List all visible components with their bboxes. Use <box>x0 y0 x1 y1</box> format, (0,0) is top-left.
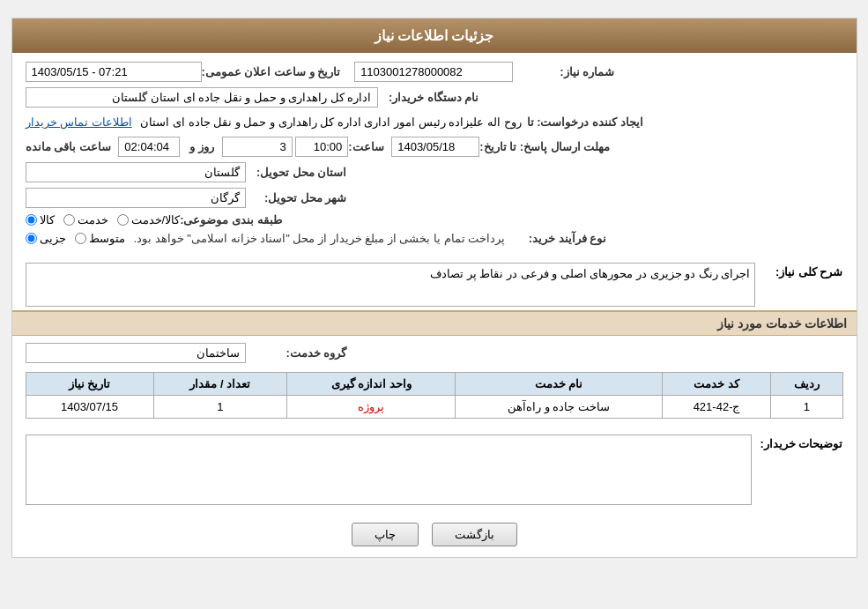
table-body: 1 ج-42-421 ساخت جاده و راه‌آهن پروژه 1 1… <box>26 396 842 419</box>
row-mohlat: مهلت ارسال پاسخ: تا تاریخ: 1403/05/18 سا… <box>26 137 843 157</box>
sharh-niaz-value: اجرای رنگ دو جزیری در محورهای اصلی و فرع… <box>26 263 755 307</box>
radio-kala-label: کالا <box>40 213 55 227</box>
service-info-title: اطلاعات خدمات مورد نیاز <box>717 316 848 330</box>
radio-kala-khedmat-label: کالا/خدمت <box>131 213 181 227</box>
radio-kala: کالا <box>26 213 55 227</box>
shomara-niaz-value: 1103001278000082 <box>354 62 513 82</box>
services-table: ردیف کد خدمت نام خدمت واحد اندازه گیری ت… <box>26 372 843 419</box>
tabaqebandi-radios: کالا/خدمت خدمت کالا <box>26 213 181 227</box>
row-ijad-konande: ایجاد کننده درخواست: تا روح اله علیزاده … <box>26 113 843 131</box>
page-title: جزئیات اطلاعات نیاز <box>375 28 494 43</box>
mohlat-saat: 10:00 <box>295 137 348 157</box>
col-tarikh: تاریخ نیاز <box>26 373 153 396</box>
gorooh-khedmat-label: گروه خدمت: <box>246 346 352 360</box>
mohlat-label: مهلت ارسال پاسخ: تا تاریخ: <box>479 140 614 153</box>
mohlat-saat-label: ساعت: <box>348 140 388 153</box>
farayand-group: پرداخت تمام یا بخشی از مبلغ خریدار از مح… <box>26 232 506 245</box>
services-table-section: ردیف کد خدمت نام خدمت واحد اندازه گیری ت… <box>12 372 857 427</box>
col-vahed: واحد اندازه گیری <box>287 373 456 396</box>
sharh-niaz-row: شرح کلی نیاز: اجرای رنگ دو جزیری در محور… <box>26 263 843 307</box>
print-button[interactable]: چاپ <box>352 523 419 546</box>
ijad-konande-link[interactable]: اطلاعات تماس خریدار <box>26 115 132 129</box>
col-kod: کد خدمت <box>662 373 770 396</box>
gorooh-khedmat-value: ساختمان <box>26 343 246 363</box>
now-farayand-label: نوع فرآیند خرید: <box>505 232 611 245</box>
cell-tarikh: 1403/07/15 <box>26 396 153 419</box>
sharh-niaz-label: شرح کلی نیاز: <box>764 263 843 279</box>
row-shomara-tarikh: شماره نیاز: 1103001278000082 تاریخ و ساع… <box>26 62 843 82</box>
nam-dasgah-label: نام دستگاه خریدار: <box>378 91 484 104</box>
shomara-niaz-label: شماره نیاز: <box>513 65 619 78</box>
mohlat-rooz-label: روز و <box>183 140 219 153</box>
row-nam-dasgah: نام دستگاه خریدار: اداره کل راهداری و حم… <box>26 87 843 108</box>
mohlat-baqi: 02:04:04 <box>118 137 180 157</box>
ijad-konande-value: روح اله علیزاده رئیس امور اداری اداره کل… <box>135 113 526 131</box>
radio-mota-label: متوسط <box>89 232 125 245</box>
col-nam: نام خدمت <box>456 373 663 396</box>
row-now-farayand: نوع فرآیند خرید: پرداخت تمام یا بخشی از … <box>26 232 843 245</box>
buyer-desc-row: توضیحات خریدار: <box>12 427 857 512</box>
back-button[interactable]: بازگشت <box>432 523 517 546</box>
col-tedad: تعداد / مقدار <box>153 373 287 396</box>
mohlat-date: 1403/05/18 <box>391 137 479 157</box>
cell-kod: ج-42-421 <box>662 396 770 419</box>
form-body: شماره نیاز: 1103001278000082 تاریخ و ساع… <box>12 53 857 259</box>
cell-radif: 1 <box>771 396 842 419</box>
table-row: 1 ج-42-421 ساخت جاده و راه‌آهن پروژه 1 1… <box>26 396 842 419</box>
ostan-tahvil-value: گلستان <box>26 162 246 182</box>
tarikh-elan-label: تاریخ و ساعت اعلان عمومی: <box>202 65 345 78</box>
radio-jozi: جزیی <box>26 232 66 245</box>
cell-vahed[interactable]: پروژه <box>287 396 456 419</box>
now-farayand-desc: پرداخت تمام یا بخشی از مبلغ خریدار از مح… <box>134 232 506 245</box>
buyer-desc-label: توضیحات خریدار: <box>760 434 843 450</box>
row-gorooh: گروه خدمت: ساختمان <box>26 343 843 363</box>
buyer-desc-box <box>26 434 752 505</box>
ostan-tahvil-label: استان محل تحویل: <box>246 166 352 179</box>
nam-dasgah-value: اداره کل راهداری و حمل و نقل جاده ای است… <box>26 87 378 108</box>
mohlat-baqi-label: ساعت باقی مانده <box>26 140 115 153</box>
row-shahr: شهر محل تحویل: گرگان <box>26 188 843 208</box>
row-ostan: استان محل تحویل: گلستان <box>26 162 843 182</box>
table-header-row: ردیف کد خدمت نام خدمت واحد اندازه گیری ت… <box>26 373 842 396</box>
tarikh-elan-value: 1403/05/15 - 07:21 <box>26 62 202 82</box>
sharh-niaz-text: اجرای رنگ دو جزیری در محورهای اصلی و فرع… <box>430 267 750 280</box>
sharh-niaz-section: شرح کلی نیاز: اجرای رنگ دو جزیری در محور… <box>12 259 857 310</box>
col-radif: ردیف <box>771 373 842 396</box>
ijad-konande-label: ایجاد کننده درخواست: تا <box>527 115 648 129</box>
radio-mota-input[interactable] <box>75 233 86 244</box>
shahr-tahvil-label: شهر محل تحویل: <box>246 191 352 204</box>
radio-khedmat-input[interactable] <box>63 214 75 226</box>
gorooh-section: گروه خدمت: ساختمان <box>12 336 857 372</box>
radio-mota: متوسط <box>75 232 125 245</box>
shahr-tahvil-value: گرگان <box>26 188 246 208</box>
radio-khedmat-label: خدمت <box>78 213 108 227</box>
cell-tedad: 1 <box>153 396 287 419</box>
cell-nam: ساخت جاده و راه‌آهن <box>456 396 663 419</box>
radio-khedmat: خدمت <box>63 213 108 227</box>
radio-jozi-input[interactable] <box>26 233 37 244</box>
radio-kala-khedmat: کالا/خدمت <box>117 213 181 227</box>
mohlat-rooz: 3 <box>222 137 293 157</box>
main-container: جزئیات اطلاعات نیاز شماره نیاز: 11030012… <box>11 18 857 558</box>
service-info-header: اطلاعات خدمات مورد نیاز <box>12 310 857 336</box>
row-tabaqebandi: طبقه بندی موضوعی: کالا/خدمت خدمت کالا <box>26 213 843 227</box>
button-row: بازگشت چاپ <box>12 512 857 557</box>
radio-kala-khedmat-input[interactable] <box>117 214 129 226</box>
radio-jozi-label: جزیی <box>40 232 66 245</box>
radio-kala-input[interactable] <box>26 214 37 226</box>
tabaqebandi-label: طبقه بندی موضوعی: <box>180 213 286 227</box>
page-header: جزئیات اطلاعات نیاز <box>12 19 857 53</box>
